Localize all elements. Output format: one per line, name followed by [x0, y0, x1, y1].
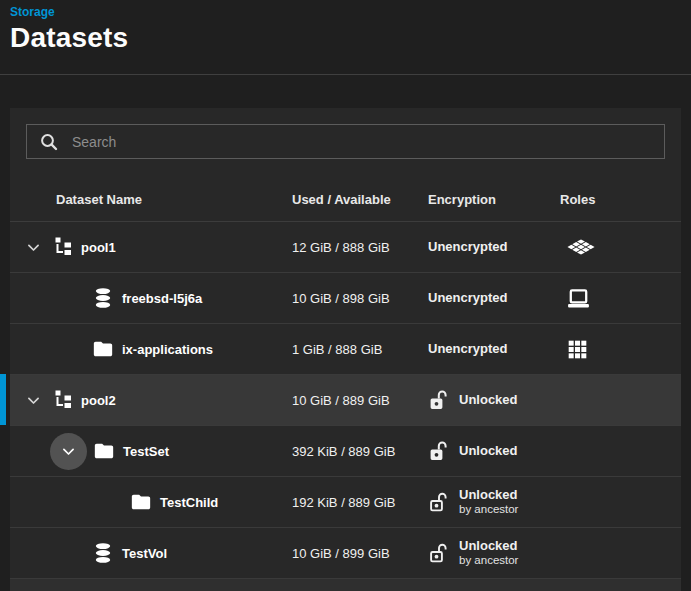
page-title: Datasets [10, 22, 128, 54]
name-cell: freebsd-l5j6a [10, 287, 292, 309]
dataset-row-freebsd-l5j6a[interactable]: freebsd-l5j6a 10 GiB / 898 GiB Unencrypt… [10, 273, 681, 324]
dataset-row-testchild[interactable]: TestChild 192 KiB / 889 GiB Unlocked by … [10, 477, 681, 528]
dataset-row-pool2[interactable]: pool2 10 GiB / 889 GiB Unlocked [10, 375, 681, 426]
encryption-cell: Unlocked [428, 389, 560, 411]
dataset-row-pool1[interactable]: pool1 12 GiB / 888 GiB Unencrypted [10, 222, 681, 273]
column-header-dataset-name[interactable]: Dataset Name [10, 192, 292, 207]
dataset-name: ix-applications [122, 342, 213, 357]
used-available-cell: 1 GiB / 888 GiB [292, 342, 428, 357]
encryption-label: Unlocked [459, 393, 518, 408]
partial-next-row [10, 579, 681, 591]
dataset-row-testvol[interactable]: TestVol 10 GiB / 899 GiB Unlocked by anc… [10, 528, 681, 579]
column-header-encryption[interactable]: Encryption [428, 192, 560, 207]
search-area [10, 108, 681, 159]
folder-icon [130, 491, 152, 513]
encryption-cell: Unencrypted [428, 291, 560, 306]
dataset-name: TestSet [123, 444, 169, 459]
encryption-cell: Unencrypted [428, 342, 560, 357]
dataset-row-ix-applications[interactable]: ix-applications 1 GiB / 888 GiB Unencryp… [10, 324, 681, 375]
used-available-cell: 192 KiB / 889 GiB [292, 495, 428, 510]
encryption-cell: Unlocked by ancestor [428, 539, 560, 567]
name-cell: pool2 [10, 390, 292, 410]
apps-grid-icon [566, 338, 589, 361]
encryption-cell: Unlocked by ancestor [428, 488, 560, 516]
encryption-label: Unlocked [459, 488, 518, 503]
name-cell: pool1 [10, 237, 292, 257]
encryption-label: Unencrypted [428, 240, 507, 255]
chevron-down-icon [25, 239, 42, 256]
dataset-tree-icon [53, 390, 73, 410]
name-cell: TestSet [10, 433, 292, 470]
zvol-database-icon [92, 542, 114, 564]
chevron-down-icon [25, 392, 42, 409]
unlock-filled-icon [428, 389, 450, 411]
chevron-down-icon [60, 443, 77, 460]
folder-icon [92, 338, 114, 360]
roles-cell [560, 234, 681, 260]
table-header: Dataset Name Used / Available Encryption… [10, 178, 681, 222]
apps-isometric-icon [566, 234, 596, 260]
column-header-used-available[interactable]: Used / Available [292, 192, 428, 207]
encryption-sublabel: by ancestor [459, 554, 518, 567]
encryption-label: Unencrypted [428, 291, 507, 306]
page-header: Storage Datasets [0, 0, 691, 74]
roles-cell [560, 286, 681, 311]
breadcrumb-storage-link[interactable]: Storage [10, 5, 55, 19]
datasets-card: Dataset Name Used / Available Encryption… [10, 108, 681, 591]
zvol-database-icon [92, 287, 114, 309]
name-cell: TestVol [10, 542, 292, 564]
expand-toggle-button[interactable] [50, 433, 87, 470]
search-box[interactable] [26, 124, 665, 159]
dataset-name: freebsd-l5j6a [122, 291, 202, 306]
dataset-row-testset[interactable]: TestSet 392 KiB / 889 GiB Unlocked [10, 426, 681, 477]
used-available-cell: 10 GiB / 898 GiB [292, 291, 428, 306]
used-available-cell: 10 GiB / 889 GiB [292, 393, 428, 408]
dataset-name: TestChild [160, 495, 218, 510]
search-input[interactable] [72, 134, 652, 150]
vm-laptop-icon [566, 286, 591, 311]
expand-toggle-button[interactable] [23, 237, 43, 257]
unlock-filled-icon [428, 440, 450, 462]
encryption-cell: Unlocked [428, 440, 560, 462]
used-available-cell: 10 GiB / 899 GiB [292, 546, 428, 561]
dataset-name: pool1 [81, 240, 116, 255]
used-available-cell: 392 KiB / 889 GiB [292, 444, 428, 459]
encryption-label: Unlocked [459, 539, 518, 554]
dataset-tree-icon [53, 237, 73, 257]
roles-cell [560, 338, 681, 361]
encryption-sublabel: by ancestor [459, 503, 518, 516]
folder-icon [93, 440, 115, 462]
encryption-cell: Unencrypted [428, 240, 560, 255]
name-cell: TestChild [10, 491, 292, 513]
name-cell: ix-applications [10, 338, 292, 360]
dataset-name: TestVol [122, 546, 167, 561]
used-available-cell: 12 GiB / 888 GiB [292, 240, 428, 255]
unlock-outline-icon [428, 542, 450, 564]
encryption-label: Unlocked [459, 444, 518, 459]
expand-toggle-button[interactable] [23, 390, 43, 410]
column-header-roles[interactable]: Roles [560, 192, 681, 207]
search-icon [39, 132, 59, 152]
header-divider [0, 74, 691, 75]
dataset-name: pool2 [81, 393, 116, 408]
encryption-label: Unencrypted [428, 342, 507, 357]
unlock-outline-icon [428, 491, 450, 513]
